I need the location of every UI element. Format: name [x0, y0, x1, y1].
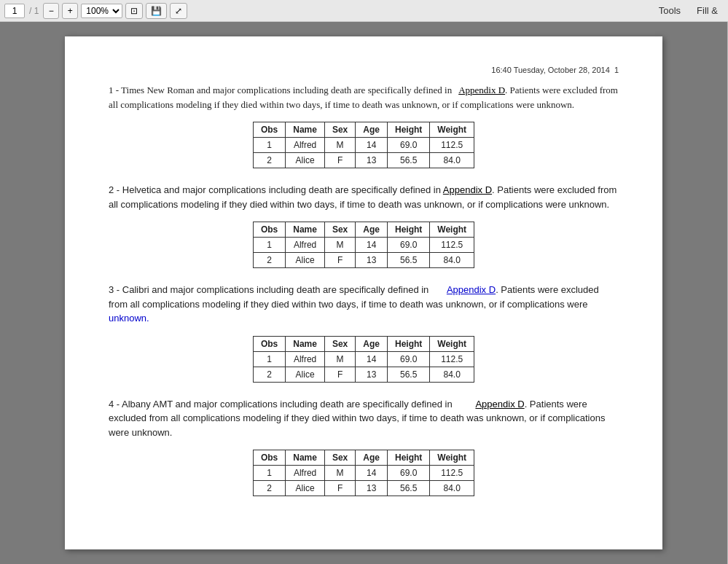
section-1-table: Obs Name Sex Age Height Weight 1 — [253, 122, 474, 168]
cell-obs: 2 — [253, 153, 285, 168]
cell-weight: 84.0 — [430, 153, 474, 168]
cell-height: 69.0 — [387, 351, 429, 367]
section-1-prefix: 1 - Times New Roman and major complicati… — [109, 85, 618, 110]
cell-sex: F — [324, 481, 355, 496]
table-row: 2 Alice F 13 56.5 84.0 — [253, 481, 474, 496]
page-number-input[interactable] — [4, 4, 25, 18]
col-weight: Weight — [430, 450, 474, 466]
cell-height: 69.0 — [387, 238, 429, 253]
table-header-row: Obs Name Sex Age Height Weight — [253, 122, 474, 138]
col-sex: Sex — [324, 222, 355, 238]
cell-name: Alfred — [286, 238, 325, 253]
table-row: 2 Alice F 13 56.5 84.0 — [253, 253, 474, 268]
cell-name: Alice — [286, 481, 325, 496]
section-1-table-wrapper: Obs Name Sex Age Height Weight 1 — [109, 122, 619, 168]
cell-age: 14 — [356, 238, 388, 253]
cell-name: Alfred — [286, 351, 325, 367]
next-page-button[interactable]: + — [62, 3, 78, 19]
table-row: 1 Alfred M 14 69.0 112.5 — [253, 351, 474, 367]
table-row: 2 Alice F 13 56.5 84.0 — [253, 367, 474, 382]
cell-age: 14 — [356, 351, 388, 367]
cell-sex: M — [324, 138, 355, 153]
cell-age: 13 — [356, 367, 388, 382]
zoom-select[interactable]: 100% 75% 125% 150% — [81, 4, 122, 18]
cell-sex: M — [324, 351, 355, 367]
prev-page-button[interactable]: − — [43, 3, 59, 19]
cell-weight: 112.5 — [430, 351, 474, 367]
section-4-prefix: 4 - Albany AMT and major complications i… — [109, 399, 605, 438]
col-weight: Weight — [430, 122, 474, 138]
col-name: Name — [286, 222, 325, 238]
section-1: 1 - Times New Roman and major complicati… — [109, 83, 619, 168]
section-4-table-wrapper: Obs Name Sex Age Height Weight 1 — [109, 450, 619, 496]
cell-obs: 2 — [253, 367, 285, 382]
cell-age: 13 — [356, 153, 388, 168]
cell-weight: 84.0 — [430, 367, 474, 382]
cell-weight: 112.5 — [430, 238, 474, 253]
fill-button[interactable]: Fill & — [691, 4, 724, 17]
fit-page-icon: ⊡ — [130, 6, 138, 16]
cell-age: 13 — [356, 481, 388, 496]
tools-button[interactable]: Tools — [653, 4, 686, 17]
section-3-table: Obs Name Sex Age Height Weight 1 — [253, 336, 474, 383]
section-3-appendix-link[interactable]: Appendix D — [447, 284, 496, 295]
section-3-text: 3 - Calibri and major complications incl… — [109, 283, 619, 326]
main-area: 16:40 Tuesday, October 28, 2014 1 1 - Ti… — [0, 22, 728, 564]
col-name: Name — [286, 450, 325, 466]
section-2-text: 2 - Helvetica and major complications in… — [109, 183, 619, 211]
section-2-prefix: 2 - Helvetica and major complications in… — [109, 184, 617, 210]
section-4-table: Obs Name Sex Age Height Weight 1 — [253, 450, 474, 496]
section-1-text: 1 - Times New Roman and major complicati… — [109, 83, 619, 111]
section-2-table-wrapper: Obs Name Sex Age Height Weight 1 — [109, 222, 619, 268]
col-name: Name — [286, 336, 325, 351]
cell-obs: 2 — [253, 481, 285, 496]
col-obs: Obs — [253, 122, 285, 138]
table-row: 1 Alfred M 14 69.0 112.5 — [253, 466, 474, 481]
cell-obs: 1 — [253, 238, 285, 253]
section-2-appendix-link[interactable]: Appendix D — [443, 184, 492, 195]
cell-sex: F — [324, 153, 355, 168]
plus-icon: + — [68, 6, 73, 16]
cell-height: 69.0 — [387, 466, 429, 481]
col-sex: Sex — [324, 122, 355, 138]
cell-obs: 1 — [253, 138, 285, 153]
fit-page-button[interactable]: ⊡ — [125, 3, 143, 19]
table-row: 1 Alfred M 14 69.0 112.5 — [253, 138, 474, 153]
save-icon: 💾 — [151, 6, 162, 16]
section-1-appendix-link[interactable]: Appendix D — [458, 85, 505, 95]
col-name: Name — [286, 122, 325, 138]
cell-weight: 112.5 — [430, 466, 474, 481]
col-weight: Weight — [430, 336, 474, 351]
cell-sex: F — [324, 253, 355, 268]
col-sex: Sex — [324, 336, 355, 351]
cell-sex: M — [324, 238, 355, 253]
cell-sex: M — [324, 466, 355, 481]
page-header: 16:40 Tuesday, October 28, 2014 1 — [109, 66, 619, 74]
table-header-row: Obs Name Sex Age Height Weight — [253, 222, 474, 238]
cell-name: Alice — [286, 153, 325, 168]
cell-sex: F — [324, 367, 355, 382]
col-height: Height — [387, 122, 429, 138]
section-3: 3 - Calibri and major complications incl… — [109, 283, 619, 383]
cell-age: 14 — [356, 466, 388, 481]
cell-obs: 2 — [253, 253, 285, 268]
col-height: Height — [387, 222, 429, 238]
col-age: Age — [356, 122, 388, 138]
section-3-prefix: 3 - Calibri and major complications incl… — [109, 284, 599, 324]
col-obs: Obs — [253, 222, 285, 238]
cell-height: 69.0 — [387, 138, 429, 153]
section-2: 2 - Helvetica and major complications in… — [109, 183, 619, 268]
col-height: Height — [387, 336, 429, 351]
section-4-appendix-link[interactable]: Appendix D — [475, 399, 524, 410]
toolbar: / 1 − + 100% 75% 125% 150% ⊡ 💾 ⤢ Tools F… — [0, 0, 728, 22]
page-num: 1 — [614, 66, 619, 74]
pdf-area[interactable]: 16:40 Tuesday, October 28, 2014 1 1 - Ti… — [0, 22, 727, 564]
section-2-table: Obs Name Sex Age Height Weight 1 — [253, 222, 474, 268]
section-3-unknown: unknown. — [109, 313, 149, 324]
table-header-row: Obs Name Sex Age Height Weight — [253, 336, 474, 351]
expand-button[interactable]: ⤢ — [170, 3, 187, 19]
section-3-table-wrapper: Obs Name Sex Age Height Weight 1 — [109, 336, 619, 383]
col-age: Age — [356, 336, 388, 351]
save-button[interactable]: 💾 — [146, 3, 167, 19]
col-obs: Obs — [253, 450, 285, 466]
